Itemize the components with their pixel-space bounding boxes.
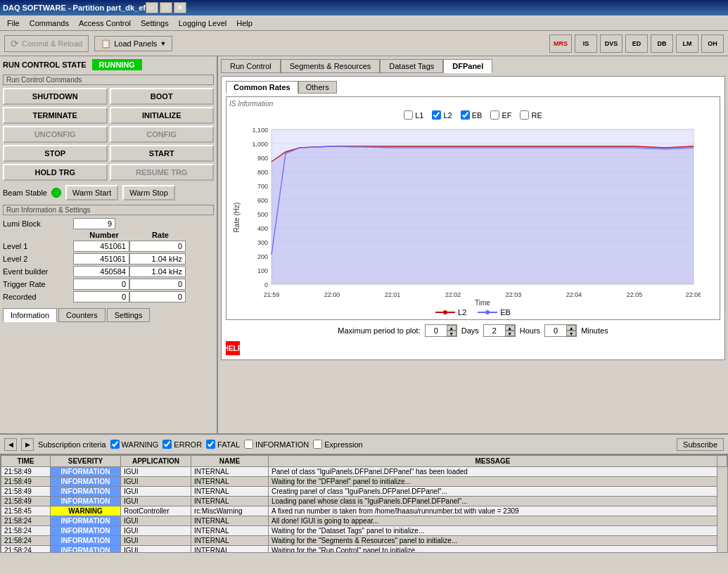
warm-stop-button[interactable]: Warm Stop [122, 185, 175, 200]
log-message: Waiting for the "DFPanel" panel to initi… [269, 477, 717, 487]
resume-trg-button[interactable]: RESUME TRG [110, 164, 215, 181]
fatal-checkbox-label[interactable]: FATAL [206, 440, 240, 449]
warning-checkbox-label[interactable]: WARNING [110, 440, 159, 449]
warning-checkbox[interactable] [110, 440, 120, 449]
minutes-input[interactable] [545, 326, 566, 336]
days-up-arrow[interactable]: ▲ [447, 325, 456, 331]
help-icon[interactable]: HELP [226, 341, 240, 355]
subtab-others[interactable]: Others [298, 81, 337, 94]
maximize-button[interactable]: □ [160, 2, 172, 13]
log-time: 21:58:45 [1, 506, 51, 516]
level2-row: Level 2 451061 1.04 kHz [3, 253, 214, 264]
hours-spinner[interactable]: ▲ ▼ [483, 324, 516, 337]
information-checkbox[interactable] [244, 440, 253, 449]
ef-checkbox[interactable] [490, 110, 499, 120]
hours-down-arrow[interactable]: ▼ [505, 331, 515, 336]
minimize-button[interactable]: ─ [146, 2, 158, 13]
svg-text:700: 700 [257, 183, 268, 190]
initialize-button[interactable]: INITIALIZE [110, 107, 215, 124]
lm-icon[interactable]: LM [676, 34, 698, 53]
load-panels-button[interactable]: 📋 Load Panels ▼ [94, 36, 172, 51]
expression-checkbox[interactable] [313, 440, 322, 449]
re-checkbox[interactable] [520, 110, 529, 120]
run-control-state-label: RUN CONTROL STATE [3, 60, 87, 69]
l2-checkbox[interactable] [432, 110, 441, 120]
oh-icon[interactable]: OH [701, 34, 724, 53]
hours-up-arrow[interactable]: ▲ [505, 325, 515, 331]
menu-logging-level[interactable]: Logging Level [174, 18, 231, 29]
trigger-rate-row: Trigger Rate 0 0 [3, 279, 214, 290]
titlebar-title: DAQ SOFTWARE - Partition part_dk_ef [3, 4, 146, 12]
shutdown-button[interactable]: SHUTDOWN [3, 88, 108, 105]
load-panels-dropdown-icon[interactable]: ▼ [160, 40, 166, 47]
log-row: 21:58:45 WARNING RootController rc:MiscW… [1, 506, 727, 516]
svg-text:22:02: 22:02 [445, 291, 461, 298]
eb-checkbox[interactable] [461, 110, 470, 120]
hold-trg-button[interactable]: HOLD TRG [3, 164, 108, 181]
log-back-button[interactable]: ◀ [4, 438, 17, 451]
legend-re[interactable]: RE [520, 110, 542, 120]
warm-start-button[interactable]: Warm Start [65, 185, 118, 200]
hours-input[interactable] [484, 326, 505, 336]
menu-access-control[interactable]: Access Control [75, 18, 135, 29]
error-checkbox-label[interactable]: ERROR [162, 440, 202, 449]
legend-l1[interactable]: L1 [404, 110, 423, 120]
information-checkbox-label[interactable]: INFORMATION [244, 440, 309, 449]
subscribe-button[interactable]: Subscribe [677, 438, 724, 451]
menu-settings[interactable]: Settings [136, 18, 173, 29]
lumi-block-label: Lumi Block [3, 219, 73, 228]
log-severity: INFORMATION [51, 526, 121, 536]
tab-counters[interactable]: Counters [58, 308, 106, 322]
boot-button[interactable]: BOOT [110, 88, 215, 105]
legend-ef[interactable]: EF [490, 110, 511, 120]
start-button[interactable]: START [110, 145, 215, 162]
log-severity: INFORMATION [51, 546, 121, 554]
mrs-icon[interactable]: MRS [549, 34, 572, 53]
log-scroll[interactable]: TIME SEVERITY APPLICATION NAME MESSAGE 2… [0, 454, 728, 553]
tab-settings[interactable]: Settings [107, 308, 151, 322]
stop-button[interactable]: STOP [3, 145, 108, 162]
main-tabs-row: Run Control Segments & Resources Dataset… [221, 59, 725, 73]
svg-text:500: 500 [257, 211, 268, 218]
ed-icon[interactable]: ED [625, 34, 648, 53]
menu-file[interactable]: File [3, 18, 24, 29]
log-application: IGUI [121, 526, 191, 536]
l1-checkbox[interactable] [404, 110, 413, 120]
minutes-spinner[interactable]: ▲ ▼ [544, 324, 577, 337]
commit-reload-button[interactable]: ⟳ Commit & Reload [4, 35, 89, 52]
log-message: Waiting for the "Dataset Tags" panel to … [269, 526, 717, 536]
config-button[interactable]: CONFIG [110, 126, 215, 143]
log-forward-button[interactable]: ▶ [21, 438, 34, 451]
days-input[interactable] [426, 326, 447, 336]
tab-information[interactable]: Information [3, 308, 57, 322]
log-message: Panel of class "IguiPanels.DFPanel.DFPan… [269, 467, 717, 477]
dvs-icon[interactable]: DVS [600, 34, 622, 53]
subtab-common-rates[interactable]: Common Rates [226, 81, 298, 94]
tab-run-control[interactable]: Run Control [221, 59, 281, 73]
svg-text:600: 600 [257, 197, 268, 204]
terminate-button[interactable]: TERMINATE [3, 107, 108, 124]
minutes-down-arrow[interactable]: ▼ [566, 331, 576, 336]
days-down-arrow[interactable]: ▼ [447, 331, 456, 336]
log-time: 21:58:24 [1, 546, 51, 554]
days-spinner[interactable]: ▲ ▼ [425, 324, 457, 337]
tab-dataset-tags[interactable]: Dataset Tags [380, 59, 443, 73]
close-button[interactable]: ✕ [174, 2, 186, 13]
unconfig-button[interactable]: UNCONFIG [3, 126, 108, 143]
legend-eb[interactable]: EB [461, 110, 483, 120]
log-time: 21:58:24 [1, 526, 51, 536]
menu-help[interactable]: Help [232, 18, 257, 29]
log-severity: INFORMATION [51, 516, 121, 526]
expression-checkbox-label[interactable]: Expression [313, 440, 362, 449]
menu-commands[interactable]: Commands [25, 18, 73, 29]
minutes-up-arrow[interactable]: ▲ [566, 325, 576, 331]
db-icon[interactable]: DB [651, 34, 673, 53]
error-checkbox[interactable] [162, 440, 172, 449]
tab-segments-resources[interactable]: Segments & Resources [281, 59, 381, 73]
legend-l2[interactable]: L2 [432, 110, 452, 120]
log-time: 21:58:24 [1, 536, 51, 546]
fatal-checkbox[interactable] [206, 440, 215, 449]
is-icon[interactable]: IS [575, 34, 597, 53]
hours-label: Hours [520, 326, 540, 335]
tab-dfpanel[interactable]: DFPanel [443, 59, 492, 73]
